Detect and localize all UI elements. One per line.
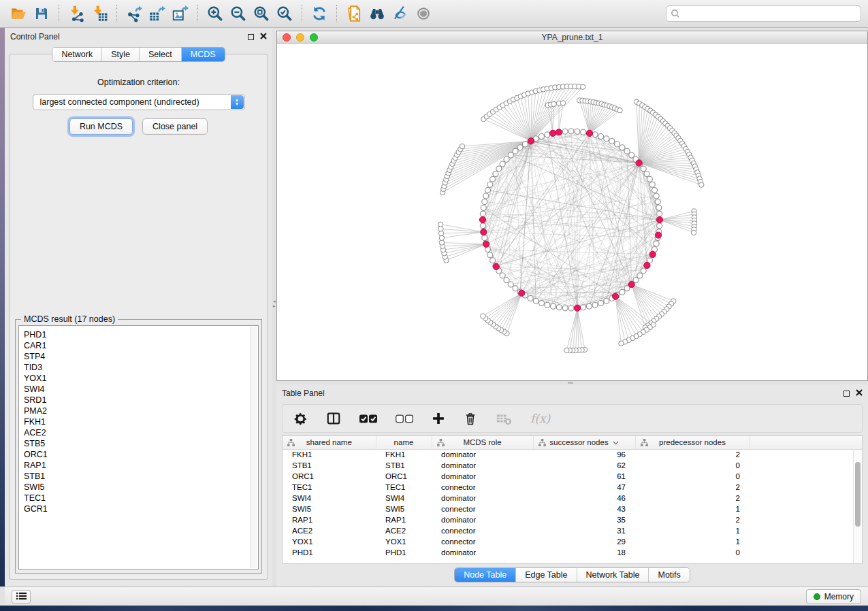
zoom-fit-icon: [253, 5, 270, 22]
mcds-result-item[interactable]: YOX1: [24, 373, 258, 384]
network-window-title: YPA_prune.txt_1: [542, 33, 603, 42]
table-row[interactable]: FKH1FKH1dominator962: [283, 449, 862, 460]
mcds-result-item[interactable]: STB1: [24, 471, 258, 482]
column-header-successor-nodes[interactable]: successor nodes: [533, 436, 635, 449]
mcds-result-item[interactable]: SWI4: [24, 384, 258, 395]
mcds-result-item[interactable]: TEC1: [24, 493, 258, 503]
cell-shared-name: ORC1: [283, 471, 376, 482]
cell-successor-nodes: 61: [533, 471, 635, 482]
close-panel-icon[interactable]: [856, 389, 863, 398]
float-panel-icon[interactable]: [248, 34, 254, 40]
mcds-result-item[interactable]: TID3: [24, 362, 258, 373]
table-row[interactable]: TEC1TEC1connector472: [283, 482, 862, 493]
table-row[interactable]: ACE2ACE2connector311: [283, 525, 862, 536]
result-list-scrollbar[interactable]: [250, 327, 257, 568]
mcds-result-item[interactable]: ACE2: [24, 427, 258, 438]
splitter-grip[interactable]: [568, 382, 573, 384]
table-row[interactable]: RAP1RAP1dominator352: [283, 514, 862, 525]
table-tab-edge-table[interactable]: Edge Table: [515, 568, 576, 582]
open-session-button[interactable]: [7, 3, 30, 24]
mcds-result-item[interactable]: STB5: [24, 438, 258, 449]
mcds-result-item[interactable]: CAR1: [24, 340, 258, 351]
network-graph-canvas[interactable]: [277, 44, 867, 380]
column-header-name[interactable]: name: [376, 436, 432, 449]
new-network-from-selection-button[interactable]: [342, 3, 366, 24]
run-mcds-button[interactable]: Run MCDS: [69, 118, 133, 135]
control-panel: Control Panel NetworkStyleSelectMCDS Opt…: [5, 28, 272, 587]
cell-name: SWI4: [376, 493, 432, 503]
search-input[interactable]: [666, 5, 861, 22]
mcds-result-item[interactable]: PHD1: [24, 329, 258, 340]
table-row[interactable]: SWI5SWI5connector431: [283, 503, 862, 514]
mcds-result-item[interactable]: GCR1: [24, 503, 258, 514]
tab-network[interactable]: Network: [52, 48, 101, 61]
memory-button[interactable]: Memory: [806, 589, 861, 604]
cell-predecessor-nodes: 0: [635, 460, 750, 471]
zoom-out-button[interactable]: [227, 3, 250, 24]
cell-successor-nodes: 62: [533, 460, 635, 471]
zoom-selected-button[interactable]: [273, 3, 296, 24]
zoom-in-button[interactable]: [204, 3, 227, 24]
mcds-result-item[interactable]: PMA2: [24, 406, 258, 416]
add-column-icon[interactable]: [432, 412, 445, 425]
export-table-button[interactable]: [146, 3, 169, 24]
table-row[interactable]: YOX1YOX1connector291: [283, 536, 862, 547]
find-button[interactable]: [366, 3, 389, 24]
control-panel-tabs: NetworkStyleSelectMCDS: [52, 47, 225, 62]
horizontal-splitter[interactable]: [276, 381, 868, 384]
panel-splitter[interactable]: ◂▸: [272, 28, 276, 587]
hide-flagged-button[interactable]: [389, 3, 412, 24]
cell-successor-nodes: 43: [533, 503, 635, 514]
table-row[interactable]: PHD1PHD1dominator180: [283, 547, 862, 558]
deselect-all-icon[interactable]: [396, 414, 413, 424]
window-close-icon[interactable]: [283, 33, 291, 42]
criterion-dropdown[interactable]: largest connected component (undirected)…: [33, 94, 245, 110]
mcds-result-item[interactable]: SRD1: [24, 395, 258, 406]
import-network-button[interactable]: [65, 3, 88, 24]
mcds-result-item[interactable]: RAP1: [24, 460, 258, 471]
export-table-icon: [148, 5, 166, 22]
splitter-collapse-icon[interactable]: ◂▸: [273, 299, 276, 308]
cell-name: RAP1: [376, 514, 432, 525]
network-graph[interactable]: [277, 44, 867, 380]
table-row[interactable]: STB1STB1dominator620: [283, 460, 862, 471]
network-window-titlebar[interactable]: YPA_prune.txt_1: [277, 31, 867, 44]
table-scrollbar[interactable]: [853, 450, 862, 563]
float-panel-icon[interactable]: [843, 391, 850, 397]
table-tab-motifs[interactable]: Motifs: [648, 568, 689, 582]
table-tab-network-table[interactable]: Network Table: [577, 568, 649, 582]
mcds-result-item[interactable]: FKH1: [24, 416, 258, 427]
desktop-wallpaper-bottom: [0, 606, 868, 611]
select-all-icon[interactable]: [359, 414, 377, 424]
window-minimize-icon[interactable]: [296, 33, 304, 42]
tab-style[interactable]: Style: [101, 48, 139, 61]
mcds-result-item[interactable]: ORC1: [24, 449, 258, 460]
close-panel-icon[interactable]: [260, 32, 267, 42]
table-tab-node-table[interactable]: Node Table: [455, 568, 515, 582]
table-row[interactable]: SWI4SWI4dominator462: [283, 493, 862, 503]
mcds-result-item[interactable]: SWI5: [24, 482, 258, 493]
apply-layout-button[interactable]: [308, 3, 331, 24]
task-history-button[interactable]: [12, 590, 31, 604]
import-table-button[interactable]: [88, 3, 111, 24]
export-image-button[interactable]: [169, 3, 192, 24]
table-row[interactable]: ORC1ORC1dominator610: [283, 471, 862, 482]
column-header-predecessor-nodes[interactable]: predecessor nodes: [635, 436, 750, 449]
tab-mcds[interactable]: MCDS: [181, 48, 225, 61]
column-header-filler: [750, 436, 862, 449]
window-maximize-icon[interactable]: [310, 33, 318, 42]
show-hidden-button[interactable]: [412, 3, 435, 24]
mcds-result-item[interactable]: STP4: [24, 351, 258, 362]
column-header-shared-name[interactable]: shared name: [283, 436, 376, 449]
export-network-button[interactable]: [123, 3, 146, 24]
mcds-result-list[interactable]: PHD1CAR1STP4TID3YOX1SWI4SRD1PMA2FKH1ACE2…: [18, 325, 259, 569]
table-scrollbar-thumb[interactable]: [855, 462, 861, 527]
zoom-fit-button[interactable]: [250, 3, 273, 24]
settings-gear-icon[interactable]: [293, 412, 308, 426]
delete-column-trash-icon[interactable]: [464, 412, 477, 426]
save-session-button[interactable]: [30, 3, 53, 24]
tab-select[interactable]: Select: [139, 48, 181, 61]
close-panel-button[interactable]: Close panel: [142, 118, 208, 135]
show-column-panel-icon[interactable]: [326, 411, 341, 426]
column-header-MCDS-role[interactable]: MCDS role: [432, 436, 533, 449]
